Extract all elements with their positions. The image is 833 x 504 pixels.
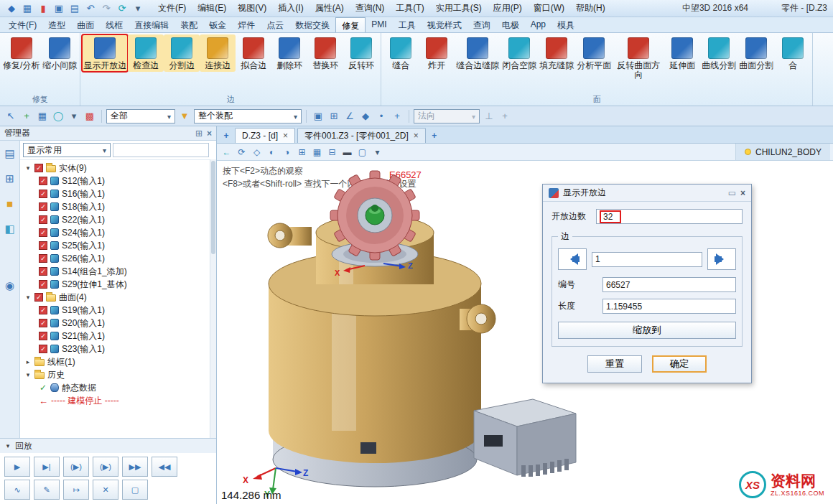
close-panel-icon[interactable] (207, 129, 212, 139)
link-icon[interactable]: ▣ (311, 109, 325, 123)
display-options-icon[interactable]: ▾ (371, 145, 384, 159)
color-filter-icon[interactable]: ▩ (83, 109, 97, 123)
tree-item[interactable]: 静态数据 (20, 381, 216, 394)
model-canvas[interactable]: 按下<F2>动态的观察 <F8>或者<Shift-roll> 查找下一个匹配的过… (217, 161, 833, 504)
visual-manager-icon[interactable]: ◧ (3, 222, 17, 235)
inquire-icon[interactable]: ⊞ (295, 145, 309, 159)
ribbon-tab[interactable]: 钣金 (203, 17, 232, 32)
ribbon-tab[interactable]: 焊件 (232, 17, 261, 32)
close-tab-icon[interactable] (283, 131, 288, 141)
replay-button[interactable]: (▶) (93, 457, 118, 477)
checkbox[interactable] (39, 190, 47, 198)
snap-cross-icon[interactable]: + (390, 109, 404, 123)
ribbon-button[interactable]: 分割边 (164, 34, 200, 72)
replay-tool-button[interactable]: ▢ (122, 480, 148, 500)
open-edges-field[interactable]: 32 (596, 209, 743, 224)
checkbox[interactable] (39, 383, 47, 392)
refresh-icon[interactable]: ⟳ (115, 1, 129, 15)
print-icon[interactable]: ▤ (68, 1, 82, 15)
dialog-titlebar[interactable]: 显示开放边 (543, 185, 751, 202)
replay-tool-button[interactable]: ✎ (34, 480, 60, 500)
solid-view-icon[interactable]: ■ (3, 197, 17, 210)
snap-grid-icon[interactable]: ⊞ (327, 109, 341, 123)
half-section-icon[interactable]: ◑ (280, 145, 294, 159)
normal-lock-icon[interactable]: ⊥ (482, 109, 496, 123)
edge-number-field[interactable]: 66527 (602, 277, 736, 292)
checkbox[interactable] (39, 215, 47, 224)
ribbon-tab[interactable]: 电极 (496, 17, 525, 32)
ribbon-button[interactable]: 炸开 (419, 34, 455, 72)
pick-add-icon[interactable]: + (19, 109, 34, 123)
ribbon-button[interactable]: 缩小间隙 (41, 34, 78, 72)
user-icon[interactable]: ◉ (3, 279, 17, 292)
ribbon-button[interactable]: 缝合 (383, 34, 419, 72)
ribbon-tab[interactable]: PMI (366, 17, 392, 32)
ribbon-button[interactable]: 删除环 (271, 34, 307, 72)
ribbon-button[interactable]: 填充缝隙 (538, 34, 575, 72)
assembly-tree-icon[interactable]: ⊞ (3, 172, 17, 185)
edge-index-field[interactable]: 1 (592, 252, 702, 267)
layout-icon[interactable]: ⊟ (325, 145, 339, 159)
checkbox[interactable] (39, 345, 47, 353)
expand-icon[interactable] (24, 371, 32, 378)
filter-funnel-icon[interactable]: ▼ (177, 109, 192, 123)
new-tab-icon[interactable] (428, 129, 441, 143)
ribbon-button[interactable]: 反转环 (343, 34, 379, 72)
tree-item[interactable]: S14(组合1_添加) (20, 265, 216, 278)
ribbon-tab[interactable]: 造型 (42, 17, 71, 32)
replay-button[interactable]: ▶ (4, 457, 30, 477)
ribbon-tab[interactable]: 查询 (467, 17, 496, 32)
ribbon-button[interactable]: 闭合空隙 (501, 34, 538, 72)
replay-tool-button[interactable]: ↦ (63, 480, 89, 500)
tree-item[interactable]: S20(输入1) (20, 317, 216, 330)
checkbox[interactable] (34, 293, 43, 302)
scope-dropdown[interactable]: 整个装配 (194, 109, 302, 123)
snap-mid-icon[interactable]: ◆ (358, 109, 373, 123)
ribbon-button[interactable]: 合 (775, 34, 811, 72)
comment-icon[interactable] (728, 188, 736, 198)
ribbon-tab[interactable]: App (525, 17, 552, 32)
tree-search-field[interactable] (113, 143, 209, 157)
ribbon-button[interactable]: 曲线分割 (700, 34, 737, 72)
ribbon-tab[interactable]: 数据交换 (289, 17, 335, 32)
ribbon-button[interactable]: 缝合边缝隙 (455, 34, 501, 72)
ribbon-tab[interactable]: 直接编辑 (129, 17, 174, 32)
menu-item[interactable]: 帮助(H) (570, 0, 611, 17)
entity-filter-dropdown[interactable]: 全部 (106, 109, 175, 123)
menu-item[interactable]: 工具(T) (390, 0, 429, 17)
tree-item[interactable]: S12(输入1) (20, 174, 216, 187)
model-stop-marker[interactable]: ----- 建模停止 ----- (20, 394, 216, 407)
menu-item[interactable]: 属性(A) (310, 0, 350, 17)
shade-mode-icon[interactable]: ◐ (265, 145, 279, 159)
probe-icon[interactable]: + (498, 109, 512, 123)
replay-button[interactable]: (▶) (63, 457, 89, 477)
tree-item[interactable]: S26(输入1) (20, 252, 216, 265)
tree-folder-wireframe[interactable]: 线框(1) (20, 355, 216, 368)
menu-item[interactable]: 应用(P) (488, 0, 528, 17)
tree-item[interactable]: S24(输入1) (20, 226, 216, 239)
replay-button[interactable]: ▶| (34, 457, 60, 477)
tree-item[interactable]: S16(输入1) (20, 187, 216, 200)
expand-icon[interactable] (24, 294, 32, 301)
tree-item[interactable]: S22(输入1) (20, 213, 216, 226)
refresh-view-icon[interactable]: ⟳ (235, 145, 248, 159)
pick-window-icon[interactable]: ▦ (35, 109, 50, 123)
background-icon[interactable]: ▬ (340, 145, 354, 159)
ribbon-tab[interactable]: 装配 (174, 17, 203, 32)
tree-scrollbar[interactable] (210, 159, 216, 438)
menu-item[interactable]: 查询(N) (350, 0, 391, 17)
ribbon-tab[interactable]: 点云 (261, 17, 289, 32)
menu-item[interactable]: 编辑(E) (192, 0, 232, 17)
expand-icon[interactable] (24, 164, 32, 172)
checkbox[interactable] (39, 254, 47, 263)
scroll-thumb[interactable] (211, 161, 215, 254)
ribbon-button[interactable]: 曲面分割 (737, 34, 775, 72)
grid-icon[interactable]: ▦ (310, 145, 324, 159)
appearance-icon[interactable]: ▢ (355, 145, 369, 159)
ribbon-button[interactable]: 延伸面 (664, 34, 700, 72)
tree-item[interactable]: S29(拉伸1_基体) (20, 278, 216, 291)
tree-filter-dropdown[interactable]: 显示常用 (23, 143, 111, 157)
checkbox[interactable] (39, 177, 47, 185)
checkbox[interactable] (39, 332, 47, 340)
tree-item[interactable]: S23(输入1) (20, 342, 216, 355)
